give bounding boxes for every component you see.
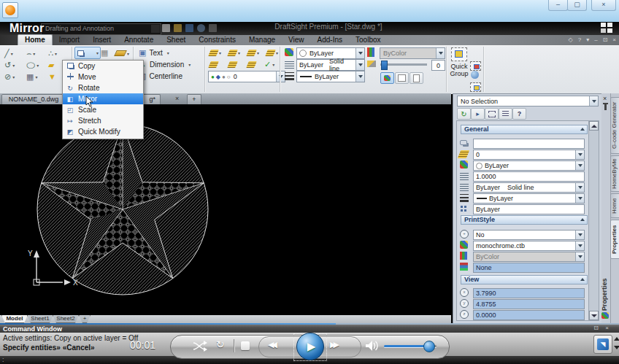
player-launcher-button[interactable]	[2, 2, 18, 18]
revcloud-tool[interactable]: ↺▾	[4, 60, 15, 70]
hatch-tool[interactable]: ▦▾	[26, 71, 37, 82]
vtab-properties[interactable]: Properties	[610, 220, 619, 259]
vtab-gcode-generator[interactable]: G-code Generator	[610, 97, 619, 154]
tab-sheet[interactable]: Sheet	[160, 35, 192, 45]
selection-combo[interactable]: No Selection	[457, 96, 599, 107]
centerline-tool[interactable]: ▥ Centerline	[139, 71, 182, 81]
open-file-icon[interactable]	[174, 24, 182, 32]
page-button[interactable]	[410, 72, 423, 84]
minimize-button[interactable]: –	[548, 0, 568, 11]
shuffle-icon[interactable]	[193, 341, 207, 352]
cmd-close-icon[interactable]: ×	[605, 325, 609, 331]
layer-check-tool[interactable]: ✓▾	[264, 59, 274, 69]
vtab-home[interactable]: Home	[610, 193, 619, 218]
color-picker-icon[interactable]	[285, 48, 293, 56]
layer-field[interactable]: 0	[473, 150, 585, 160]
linestyle-field[interactable]: ByLayer Solid line	[473, 182, 585, 193]
palette-refresh-button[interactable]: ↻	[457, 108, 471, 120]
palette-select-group-button[interactable]	[485, 108, 499, 120]
doc-tab-noname[interactable]: NONAME_0.dwg	[1, 94, 66, 105]
printstyle-color-field[interactable]: ByColor	[473, 252, 585, 262]
tab-insert[interactable]: Insert	[86, 35, 118, 45]
layer-isolate-tool[interactable]	[228, 59, 237, 69]
tab-constraints[interactable]: Constraints	[192, 35, 242, 45]
undo-icon[interactable]	[197, 24, 205, 32]
view-x-field[interactable]: 3.7990	[473, 288, 585, 298]
menu-item-copy[interactable]: Copy	[63, 61, 143, 71]
options-chevron-icon[interactable]: ▾	[586, 36, 589, 43]
tab-home[interactable]: Home	[18, 34, 53, 45]
cmd-restore-icon[interactable]: ⊡	[593, 325, 599, 331]
menu-item-scale[interactable]: ◰ Scale	[63, 104, 143, 115]
stop-button[interactable]	[241, 341, 250, 350]
workspace-selector[interactable]: Drafting and Annotation	[41, 23, 161, 35]
section-general[interactable]: General	[461, 125, 588, 134]
point-tool[interactable]: ∴▾	[48, 48, 57, 58]
scroll-up-button[interactable]	[589, 121, 599, 131]
view-z-field[interactable]: 0.0000	[473, 310, 585, 320]
pattern-tool[interactable]: ▦	[101, 47, 108, 58]
menu-item-mirror[interactable]: ◧ Mirror	[63, 93, 143, 104]
new-file-icon[interactable]	[162, 24, 170, 32]
group-settings-icon[interactable]	[471, 71, 479, 79]
sheet-tab-model[interactable]: Model	[1, 315, 28, 323]
layer-preview-tool[interactable]: ▾	[247, 47, 259, 58]
section-printstyle[interactable]: PrintStyle	[461, 215, 588, 225]
printstyle-desc-field[interactable]: None	[473, 263, 585, 273]
printstyle-field[interactable]: No	[473, 230, 585, 240]
transparency-slider-knob[interactable]	[381, 61, 388, 70]
tab-manage[interactable]: Manage	[242, 35, 282, 45]
close-button[interactable]: ×	[591, 0, 616, 11]
extra-field[interactable]: ByLayer	[473, 204, 585, 214]
menu-item-move[interactable]: Move	[63, 71, 143, 82]
tab-annotate[interactable]: Annotate	[118, 35, 160, 45]
layer-tools[interactable]: ▾	[266, 47, 278, 58]
sheet-tab-sheet2[interactable]: Sheet2	[53, 315, 79, 323]
linescale-field[interactable]: 1.0000	[473, 171, 585, 182]
menu-item-rotate[interactable]: ↻ Rotate	[63, 82, 143, 93]
scroll-up-mini-icon[interactable]	[614, 337, 619, 341]
dimension-tool[interactable]: ↔ Dimension ▾	[139, 59, 191, 69]
text-tool[interactable]: ▣ Text ▾	[139, 47, 169, 58]
fast-forward-button[interactable]: ▶▶	[330, 340, 337, 349]
layer-hide-tool[interactable]	[247, 59, 255, 69]
color-field[interactable]: ByLayer	[473, 160, 585, 171]
ungroup-icon[interactable]	[470, 82, 481, 92]
menu-item-quick-modify[interactable]: ◩ Quick Modify	[63, 126, 143, 137]
view-y-field[interactable]: 4.8755	[473, 299, 585, 309]
volume-slider-knob[interactable]	[423, 341, 435, 352]
ellipse-tool[interactable]: ◯▾	[26, 60, 39, 70]
edit-group-icon[interactable]	[470, 61, 481, 71]
line-tool[interactable]: ╱▾	[4, 48, 13, 58]
redo-icon[interactable]	[209, 24, 217, 32]
bycolor-combo[interactable]: ByColor	[380, 47, 445, 59]
new-doc-tab-button[interactable]: +	[187, 94, 201, 105]
tab-import[interactable]: Import	[53, 35, 86, 45]
command-window-header[interactable]: Command Window ⊡ ×	[0, 323, 619, 333]
hyperlink-field[interactable]	[473, 139, 585, 149]
play-button[interactable]: ▶	[296, 333, 324, 360]
palette-scrollbar[interactable]	[588, 120, 599, 321]
help-icon[interactable]: ?	[578, 36, 581, 43]
vtab-homebyme[interactable]: HomeByMe	[610, 155, 619, 192]
printstyle-table-field[interactable]: monochrome.ctb	[473, 241, 585, 251]
volume-icon[interactable]	[365, 340, 379, 352]
section-view[interactable]: View	[461, 275, 588, 284]
palette-select-button[interactable]: ▸	[471, 108, 485, 120]
sheet-tab-sheet1[interactable]: Sheet1	[27, 315, 53, 323]
arc-tool[interactable]: ⌢▾	[26, 48, 35, 58]
linestyle-combo[interactable]: ByLayer Solid line	[296, 59, 365, 71]
rewind-button[interactable]: ◀◀	[268, 340, 274, 349]
lineweight-combo[interactable]: ByLayer	[296, 71, 365, 82]
layer-manager-tool[interactable]: ▾	[209, 47, 221, 58]
restore-icon[interactable]: ⊡	[603, 36, 608, 43]
save-file-icon[interactable]	[185, 24, 193, 32]
lineweight-field[interactable]: ByLayer	[473, 193, 585, 204]
tab-view[interactable]: View	[282, 35, 311, 45]
layer-states-tool[interactable]: ▾	[228, 47, 240, 58]
video-progress-bar[interactable]	[0, 323, 336, 325]
style-icon[interactable]: ◇	[569, 36, 573, 43]
palette-close-icon[interactable]: ×	[603, 95, 607, 102]
scroll-down-button[interactable]	[589, 311, 599, 320]
fullscreen-button[interactable]: ◥	[593, 335, 612, 354]
